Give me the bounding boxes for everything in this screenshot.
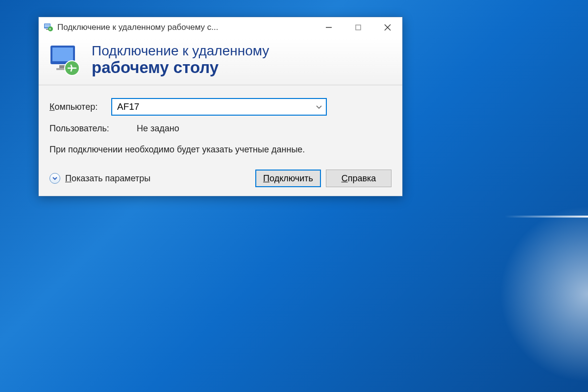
- banner-text: Подключение к удаленному рабочему столу: [92, 44, 269, 76]
- rdp-app-icon: [44, 23, 53, 32]
- dialog-body: Компьютер: Пользователь: Не задано При п…: [39, 85, 402, 196]
- banner-line1: Подключение к удаленному: [92, 44, 269, 59]
- chevron-down-circle-icon: [49, 173, 60, 184]
- maximize-button[interactable]: [343, 17, 373, 38]
- minimize-button[interactable]: [314, 17, 343, 38]
- close-button[interactable]: [373, 17, 402, 38]
- computer-combobox[interactable]: [111, 98, 327, 116]
- dialog-banner: Подключение к удаленному рабочему столу: [39, 38, 402, 85]
- titlebar[interactable]: Подключение к удаленному рабочему с...: [39, 17, 402, 38]
- footer-row: Показать параметры Подключить Справка: [49, 170, 392, 187]
- user-label: Пользователь:: [49, 123, 137, 134]
- window-controls: [314, 17, 402, 38]
- help-button[interactable]: Справка: [326, 170, 392, 187]
- rdp-banner-icon: [48, 43, 83, 78]
- user-value: Не задано: [137, 123, 179, 134]
- computer-input[interactable]: [112, 99, 326, 115]
- user-row: Пользователь: Не задано: [49, 123, 392, 134]
- svg-rect-9: [52, 48, 73, 61]
- desktop-light-line: [505, 216, 588, 218]
- banner-line2: рабочему столу: [92, 59, 269, 76]
- window-title: Подключение к удаленному рабочему с...: [57, 23, 314, 32]
- desktop-light-beam: [392, 196, 588, 392]
- show-parameters-label: Показать параметры: [65, 173, 150, 184]
- show-parameters-toggle[interactable]: Показать параметры: [49, 173, 250, 184]
- credentials-info: При подключении необходимо будет указать…: [49, 144, 392, 156]
- svg-rect-5: [356, 25, 361, 30]
- computer-label: Компьютер:: [49, 102, 111, 112]
- rdp-dialog: Подключение к удаленному рабочему с...: [38, 17, 403, 196]
- computer-row: Компьютер:: [49, 98, 392, 116]
- connect-button[interactable]: Подключить: [255, 170, 321, 187]
